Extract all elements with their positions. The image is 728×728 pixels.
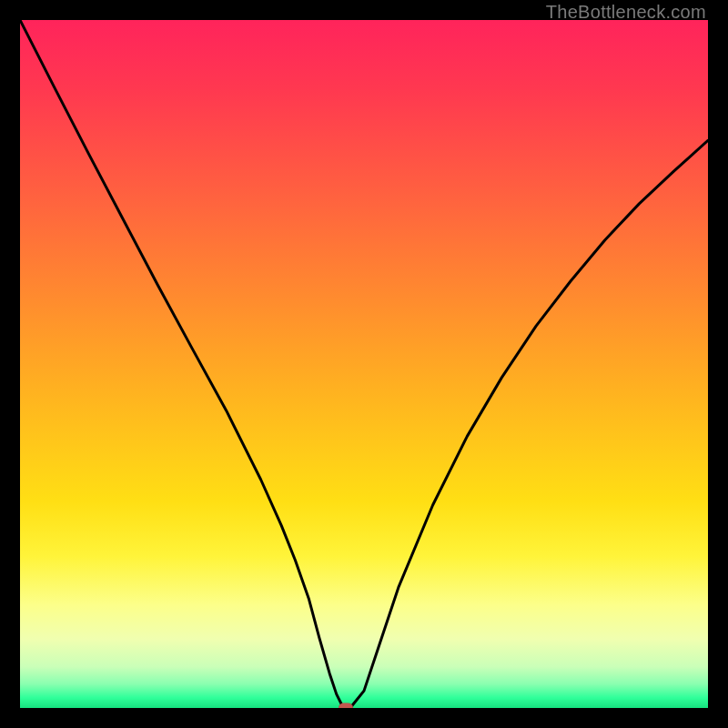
plot-area: [20, 20, 708, 708]
chart-frame: TheBottleneck.com: [0, 0, 728, 728]
optimal-marker: [339, 703, 353, 709]
watermark-text: TheBottleneck.com: [546, 2, 706, 23]
bottleneck-curve: [20, 20, 708, 708]
